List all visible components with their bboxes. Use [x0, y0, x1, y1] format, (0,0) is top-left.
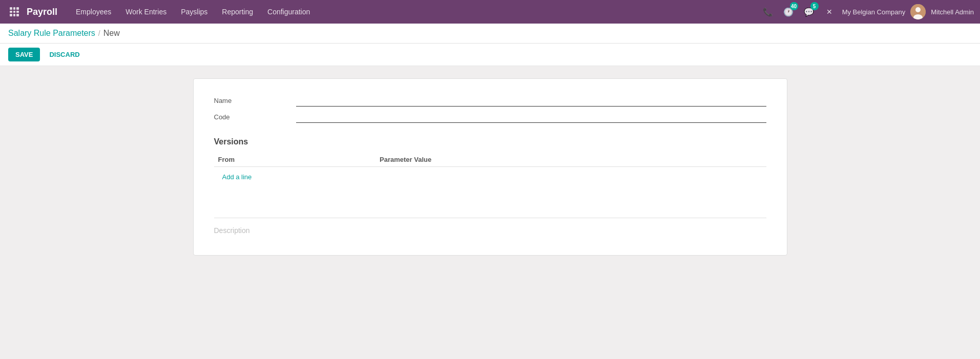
col-from: From — [214, 153, 376, 167]
topnav: Payroll Employees Work Entries Payslips … — [0, 0, 980, 24]
main-content: Name Code Versions From Parameter Value … — [0, 66, 980, 359]
nav-work-entries[interactable]: Work Entries — [119, 5, 173, 19]
code-input[interactable] — [296, 112, 766, 123]
company-name: My Belgian Company — [842, 8, 906, 16]
topnav-menu: Employees Work Entries Payslips Reportin… — [70, 5, 760, 19]
phone-icon[interactable]: 📞 — [760, 4, 776, 19]
toolbar: SAVE DISCARD — [0, 44, 980, 66]
name-field-row: Name — [214, 95, 766, 107]
user-avatar[interactable] — [910, 4, 926, 19]
name-label: Name — [214, 97, 296, 104]
svg-point-1 — [915, 7, 921, 12]
nav-reporting[interactable]: Reporting — [216, 5, 259, 19]
description-area: Description — [214, 218, 766, 235]
form-card: Name Code Versions From Parameter Value … — [193, 78, 787, 256]
close-icon[interactable]: ✕ — [822, 4, 837, 19]
breadcrumb-separator: / — [98, 29, 100, 37]
description-placeholder[interactable]: Description — [214, 226, 250, 235]
code-label: Code — [214, 113, 296, 121]
name-input[interactable] — [296, 95, 766, 107]
save-button[interactable]: SAVE — [8, 48, 40, 61]
add-line-row: Add a line — [214, 167, 766, 187]
nav-configuration[interactable]: Configuration — [261, 5, 316, 19]
nav-employees[interactable]: Employees — [70, 5, 117, 19]
discard-button[interactable]: DISCARD — [44, 48, 85, 61]
grid-menu-icon[interactable] — [6, 4, 23, 20]
versions-title: Versions — [214, 137, 766, 146]
breadcrumb: Salary Rule Parameters / New — [0, 24, 980, 44]
add-line-button[interactable]: Add a line — [218, 170, 256, 184]
col-param-value: Parameter Value — [376, 153, 766, 167]
username: Mitchell Admin — [931, 8, 974, 16]
code-field-row: Code — [214, 112, 766, 123]
clock-badge: 40 — [790, 2, 798, 10]
breadcrumb-parent[interactable]: Salary Rule Parameters — [8, 29, 95, 38]
chat-badge: 5 — [810, 2, 819, 10]
nav-payslips[interactable]: Payslips — [175, 5, 214, 19]
versions-table: From Parameter Value Add a line — [214, 153, 766, 187]
clock-activity-icon[interactable]: 🕐 40 — [781, 4, 796, 19]
chat-icon[interactable]: 💬 5 — [801, 4, 817, 19]
topnav-right: 📞 🕐 40 💬 5 ✕ My Belgian Company Mitchell… — [760, 4, 974, 19]
breadcrumb-current: New — [103, 29, 120, 38]
app-brand[interactable]: Payroll — [27, 7, 57, 17]
